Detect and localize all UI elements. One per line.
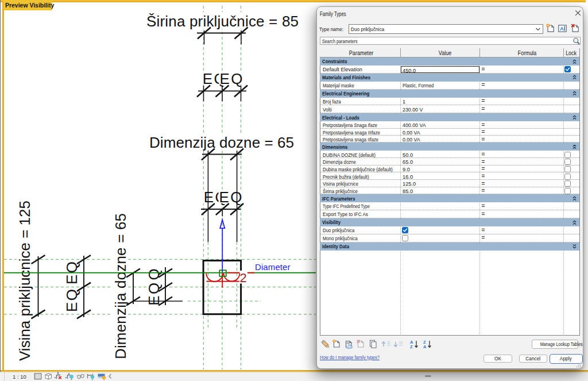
svg-text:2: 2 — [240, 271, 247, 285]
svg-text:Širina priključnice = 85: Širina priključnice = 85 — [146, 13, 299, 30]
svg-text:Dimenzija dozne = 65: Dimenzija dozne = 65 — [112, 213, 129, 359]
svg-text:EQ: EQ — [219, 70, 242, 87]
svg-text:Visina prikljucnice = 125: Visina prikljucnice = 125 — [16, 201, 33, 361]
svg-text:Dimenzija dozne = 65: Dimenzija dozne = 65 — [149, 134, 294, 151]
svg-text:A: A — [560, 25, 564, 32]
svg-text:Diameter: Diameter — [255, 262, 291, 272]
svg-text:A: A — [423, 344, 427, 349]
svg-text:EQ: EQ — [219, 188, 242, 206]
svg-text:EQ: EQ — [63, 289, 80, 312]
svg-text:EQ: EQ — [146, 283, 163, 306]
svg-text:Z: Z — [410, 344, 413, 349]
